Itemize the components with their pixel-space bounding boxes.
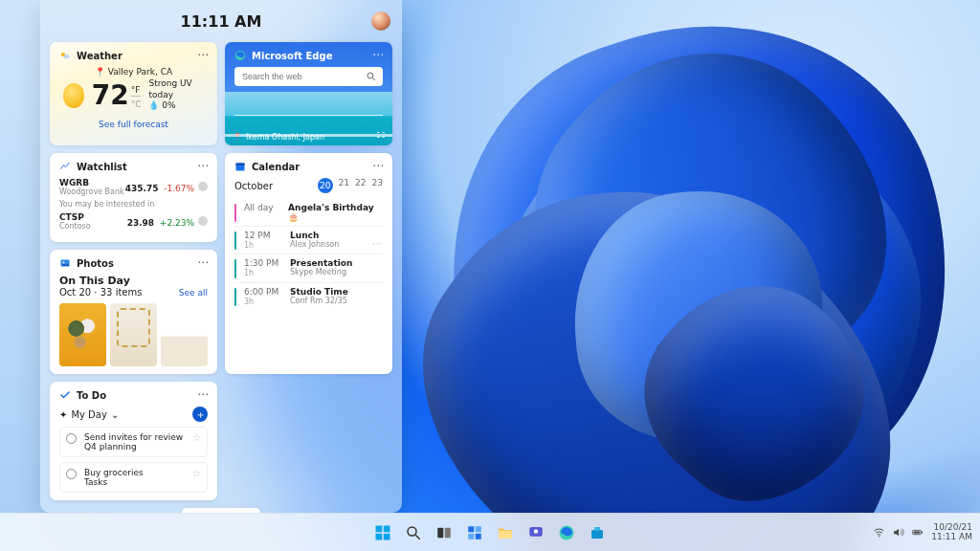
widget-title: Calendar <box>252 162 300 172</box>
todo-list-name[interactable]: My Day <box>71 409 106 420</box>
svg-point-3 <box>368 73 373 78</box>
more-icon[interactable]: ⋯ <box>372 159 385 172</box>
widget-title: Microsoft Edge <box>252 51 332 61</box>
event-title: Presentation <box>290 258 352 268</box>
photos-widget[interactable]: Photos ⋯ On This Day Oct 20 · 33 items S… <box>50 250 217 374</box>
taskbar-search-button[interactable] <box>401 520 426 545</box>
task-view-button[interactable] <box>432 520 457 545</box>
store-button[interactable] <box>585 520 610 545</box>
calendar-day[interactable]: 23 <box>372 178 383 193</box>
edge-image: 📍Ikema Ohashi, Japan ⛶ <box>225 92 392 145</box>
stock-row[interactable]: WGRBWoodgrove Bank 435.75 -1.67% <box>59 178 208 196</box>
task-checkbox[interactable] <box>66 433 77 444</box>
calendar-month[interactable]: October <box>234 181 273 191</box>
expand-icon[interactable]: ⛶ <box>377 131 385 140</box>
file-explorer-button[interactable] <box>493 520 518 545</box>
suggestion-label: You may be interested in <box>59 200 208 209</box>
stock-dot-icon <box>198 216 208 226</box>
event-subtitle: Alex Johnson <box>290 240 339 249</box>
watchlist-widget[interactable]: Watchlist ⋯ WGRBWoodgrove Bank 435.75 -1… <box>50 153 217 242</box>
see-all-link[interactable]: See all <box>179 288 208 298</box>
task-checkbox[interactable] <box>66 469 77 479</box>
edge-icon <box>234 50 246 61</box>
weather-widget[interactable]: Weather ⋯ 📍 Valley Park, CA 72 °F°C Stro… <box>50 42 217 145</box>
event-subtitle: Skype Meeting <box>290 268 352 276</box>
todo-task[interactable]: Buy groceriesTasks ☆ <box>59 462 208 493</box>
svg-rect-29 <box>914 531 921 533</box>
search-icon[interactable] <box>366 71 377 82</box>
taskbar-clock[interactable]: 10/20/21 11:11 AM <box>931 523 972 542</box>
task-title: Send invites for review <box>84 432 183 442</box>
widget-title: Weather <box>77 51 122 61</box>
svg-rect-16 <box>445 527 451 538</box>
weather-condition: Strong UV today 💧 0% <box>148 78 208 112</box>
event-subtitle: Conf Rm 32/35 <box>290 297 348 305</box>
more-icon[interactable]: ⋯ <box>197 255 210 269</box>
system-tray[interactable]: 10/20/21 11:11 AM <box>865 523 972 542</box>
todo-widget[interactable]: To Do ⋯ ✦ My Day ⌄ ＋ Send invites for re… <box>50 382 217 500</box>
search-box[interactable] <box>234 67 383 86</box>
photo-thumbnail[interactable] <box>110 303 157 366</box>
more-icon[interactable]: ⋯ <box>197 387 210 401</box>
user-avatar[interactable] <box>371 11 390 31</box>
start-button[interactable] <box>370 520 395 545</box>
calendar-event[interactable]: 12 PM1h Lunch Alex Johnson <box>234 226 383 253</box>
photos-icon <box>59 257 71 269</box>
svg-rect-10 <box>384 525 390 532</box>
svg-rect-17 <box>468 526 474 532</box>
event-time: 6:00 PM3h <box>244 287 282 306</box>
search-input[interactable] <box>240 71 366 82</box>
edge-button[interactable] <box>554 520 579 545</box>
chevron-down-icon[interactable]: ⌄ <box>111 409 119 420</box>
calendar-day[interactable]: 21 <box>339 178 349 193</box>
calendar-event[interactable]: All day Angela's Birthday 🎂 <box>234 199 383 226</box>
weather-location: 📍 Valley Park, CA <box>59 67 208 77</box>
add-task-button[interactable]: ＋ <box>192 407 208 422</box>
task-subtitle: Tasks <box>84 477 144 487</box>
svg-rect-26 <box>594 527 600 531</box>
svg-point-27 <box>879 536 880 537</box>
temperature: 72 °F°C <box>92 82 142 109</box>
volume-icon[interactable] <box>892 526 904 539</box>
event-time: 1:30 PM1h <box>244 258 282 277</box>
weather-icon <box>59 50 71 61</box>
star-icon[interactable]: ☆ <box>192 468 201 478</box>
calendar-day-today[interactable]: 20 <box>318 178 333 193</box>
forecast-link[interactable]: See full forecast <box>59 120 208 129</box>
event-color-bar <box>234 288 236 306</box>
calendar-day[interactable]: 22 <box>355 178 366 193</box>
event-color-bar <box>234 204 236 222</box>
photos-subtitle: Oct 20 · 33 items <box>59 287 142 298</box>
photo-thumbnail[interactable] <box>59 303 106 366</box>
calendar-icon <box>234 161 246 172</box>
svg-rect-15 <box>437 527 443 538</box>
svg-rect-30 <box>922 531 923 533</box>
todo-task[interactable]: Send invites for reviewQ4 planning ☆ <box>59 427 208 457</box>
more-icon[interactable]: ⋯ <box>197 48 210 61</box>
widgets-button[interactable] <box>462 520 487 545</box>
calendar-event[interactable]: 1:30 PM1h Presentation Skype Meeting <box>234 253 383 281</box>
taskbar-pinned <box>370 520 610 545</box>
photo-thumbnail[interactable] <box>161 303 208 366</box>
star-icon[interactable]: ☆ <box>192 432 201 443</box>
svg-rect-6 <box>236 164 245 166</box>
sparkle-icon: ✦ <box>59 409 67 420</box>
sun-icon <box>63 83 84 108</box>
svg-rect-11 <box>376 533 383 540</box>
widget-title: To Do <box>77 390 106 401</box>
wifi-icon[interactable] <box>873 526 885 539</box>
svg-rect-9 <box>376 525 383 532</box>
more-events-icon[interactable]: ⋮ <box>372 239 383 251</box>
svg-rect-19 <box>468 533 474 539</box>
chat-button[interactable] <box>523 520 548 545</box>
stocks-icon <box>59 161 71 172</box>
widgets-panel: 11:11 AM Weather ⋯ 📍 Valley Park, CA 72 … <box>40 0 402 513</box>
calendar-event[interactable]: 6:00 PM3h Studio Time Conf Rm 32/35 <box>234 282 383 310</box>
edge-widget[interactable]: Microsoft Edge ⋯ 📍Ikema Ohashi, Japan ⛶ <box>225 42 392 145</box>
more-icon[interactable]: ⋯ <box>372 48 385 61</box>
more-icon[interactable]: ⋯ <box>197 159 210 172</box>
calendar-widget[interactable]: Calendar ⋯ October 20 21 22 23 All day A… <box>225 153 392 374</box>
event-color-bar <box>234 231 236 250</box>
stock-row[interactable]: CTSPContoso 23.98 +2.23% <box>59 212 208 231</box>
battery-icon[interactable] <box>911 526 924 539</box>
